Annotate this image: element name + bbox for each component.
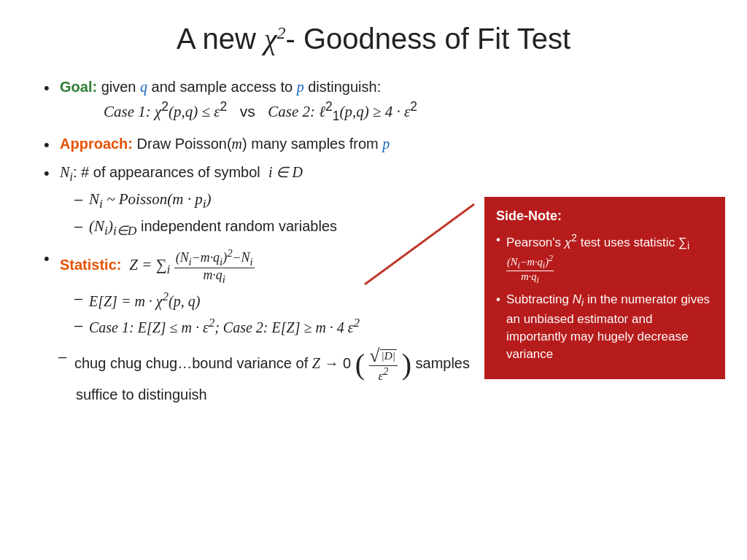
var-q: q: [140, 79, 147, 95]
statistic-formula: Z = ∑i (Ni−m·qi)2−Ni m·qi: [125, 256, 255, 273]
side-note-item-1: Pearson's χ2 test uses statistic ∑i (Ni−…: [496, 231, 713, 285]
pearson-fraction: (Ni−m·qi)2 m·qi: [506, 254, 554, 285]
side-note-list: Pearson's χ2 test uses statistic ∑i (Ni−…: [496, 231, 713, 363]
variance-fraction: √ |D| ε2: [369, 346, 398, 383]
sqrt-D: √ |D|: [370, 346, 397, 365]
var-p-2: p: [382, 136, 390, 152]
side-note-box: Side-Note: Pearson's χ2 test uses statis…: [484, 197, 725, 379]
close-paren: ): [402, 348, 411, 381]
slide-title: A new χ2- Goodness of Fit Test: [36, 22, 711, 56]
goal-cases: Case 1: χ2(p,q) ≤ ε2 vs Case 2: ℓ21(p,q)…: [60, 103, 417, 120]
chi-symbol: χ2: [264, 23, 286, 55]
sqrt-symbol: √: [370, 346, 380, 365]
bullet-goal: Goal: given q and sample access to p dis…: [44, 77, 711, 126]
open-paren: (: [355, 348, 365, 381]
goal-label: Goal:: [60, 79, 97, 95]
sqrt-content: |D|: [380, 349, 397, 362]
statistic-label: Statistic:: [60, 257, 121, 273]
approach-label: Approach:: [60, 136, 133, 152]
slide: A new χ2- Goodness of Fit Test Goal: giv…: [0, 0, 747, 560]
side-note-item-2: Subtracting Ni in the numerator gives an…: [496, 291, 713, 363]
side-note-title: Side-Note:: [496, 207, 713, 225]
suffice-line: suffice to distinguish: [44, 386, 711, 403]
var-p: p: [297, 79, 304, 95]
bullet-approach: Approach: Draw Poisson(m) many samples f…: [44, 133, 711, 155]
